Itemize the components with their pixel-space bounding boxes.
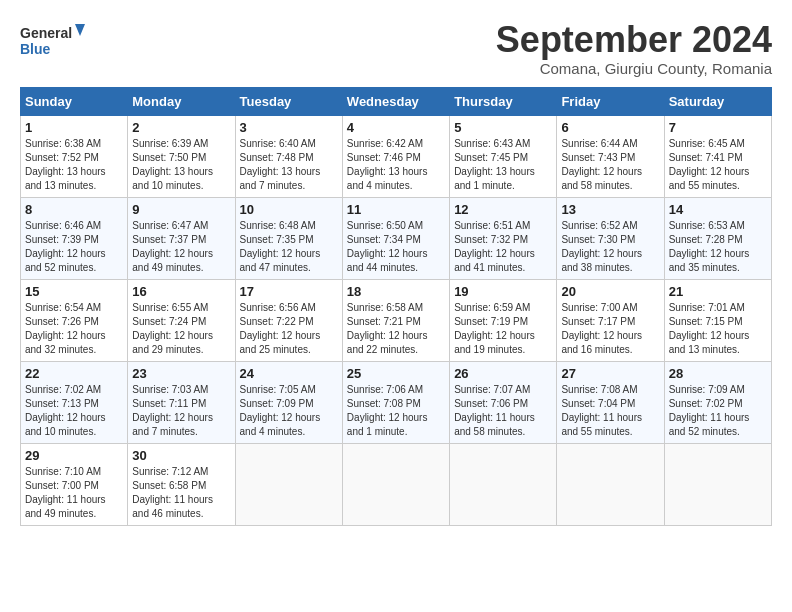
day-number: 22 — [25, 366, 123, 381]
day-number: 3 — [240, 120, 338, 135]
calendar-cell: 25Sunrise: 7:06 AM Sunset: 7:08 PM Dayli… — [342, 361, 449, 443]
day-number: 20 — [561, 284, 659, 299]
day-number: 6 — [561, 120, 659, 135]
day-number: 14 — [669, 202, 767, 217]
calendar-cell: 28Sunrise: 7:09 AM Sunset: 7:02 PM Dayli… — [664, 361, 771, 443]
day-number: 19 — [454, 284, 552, 299]
calendar-cell: 12Sunrise: 6:51 AM Sunset: 7:32 PM Dayli… — [450, 197, 557, 279]
calendar-cell: 14Sunrise: 6:53 AM Sunset: 7:28 PM Dayli… — [664, 197, 771, 279]
calendar-cell: 23Sunrise: 7:03 AM Sunset: 7:11 PM Dayli… — [128, 361, 235, 443]
calendar-week-1: 1Sunrise: 6:38 AM Sunset: 7:52 PM Daylig… — [21, 115, 772, 197]
day-info: Sunrise: 6:45 AM Sunset: 7:41 PM Dayligh… — [669, 137, 767, 193]
day-info: Sunrise: 6:52 AM Sunset: 7:30 PM Dayligh… — [561, 219, 659, 275]
day-number: 11 — [347, 202, 445, 217]
day-number: 25 — [347, 366, 445, 381]
calendar-header-row: SundayMondayTuesdayWednesdayThursdayFrid… — [21, 87, 772, 115]
day-number: 26 — [454, 366, 552, 381]
calendar-cell — [450, 443, 557, 525]
day-info: Sunrise: 6:40 AM Sunset: 7:48 PM Dayligh… — [240, 137, 338, 193]
day-info: Sunrise: 7:05 AM Sunset: 7:09 PM Dayligh… — [240, 383, 338, 439]
day-number: 1 — [25, 120, 123, 135]
day-info: Sunrise: 6:43 AM Sunset: 7:45 PM Dayligh… — [454, 137, 552, 193]
location-subtitle: Comana, Giurgiu County, Romania — [496, 60, 772, 77]
day-number: 18 — [347, 284, 445, 299]
header-monday: Monday — [128, 87, 235, 115]
day-info: Sunrise: 7:03 AM Sunset: 7:11 PM Dayligh… — [132, 383, 230, 439]
day-number: 7 — [669, 120, 767, 135]
calendar-cell: 7Sunrise: 6:45 AM Sunset: 7:41 PM Daylig… — [664, 115, 771, 197]
calendar-cell — [235, 443, 342, 525]
month-title: September 2024 — [496, 20, 772, 60]
calendar-cell: 11Sunrise: 6:50 AM Sunset: 7:34 PM Dayli… — [342, 197, 449, 279]
day-number: 16 — [132, 284, 230, 299]
calendar-cell: 9Sunrise: 6:47 AM Sunset: 7:37 PM Daylig… — [128, 197, 235, 279]
day-number: 28 — [669, 366, 767, 381]
day-number: 13 — [561, 202, 659, 217]
day-info: Sunrise: 7:10 AM Sunset: 7:00 PM Dayligh… — [25, 465, 123, 521]
calendar-cell: 24Sunrise: 7:05 AM Sunset: 7:09 PM Dayli… — [235, 361, 342, 443]
calendar-cell: 27Sunrise: 7:08 AM Sunset: 7:04 PM Dayli… — [557, 361, 664, 443]
header-sunday: Sunday — [21, 87, 128, 115]
day-info: Sunrise: 6:46 AM Sunset: 7:39 PM Dayligh… — [25, 219, 123, 275]
calendar-cell: 15Sunrise: 6:54 AM Sunset: 7:26 PM Dayli… — [21, 279, 128, 361]
calendar-week-2: 8Sunrise: 6:46 AM Sunset: 7:39 PM Daylig… — [21, 197, 772, 279]
calendar-table: SundayMondayTuesdayWednesdayThursdayFrid… — [20, 87, 772, 526]
day-number: 24 — [240, 366, 338, 381]
header-tuesday: Tuesday — [235, 87, 342, 115]
calendar-cell: 22Sunrise: 7:02 AM Sunset: 7:13 PM Dayli… — [21, 361, 128, 443]
header-saturday: Saturday — [664, 87, 771, 115]
day-info: Sunrise: 6:42 AM Sunset: 7:46 PM Dayligh… — [347, 137, 445, 193]
calendar-cell: 29Sunrise: 7:10 AM Sunset: 7:00 PM Dayli… — [21, 443, 128, 525]
calendar-week-3: 15Sunrise: 6:54 AM Sunset: 7:26 PM Dayli… — [21, 279, 772, 361]
header-friday: Friday — [557, 87, 664, 115]
day-info: Sunrise: 7:07 AM Sunset: 7:06 PM Dayligh… — [454, 383, 552, 439]
day-info: Sunrise: 7:00 AM Sunset: 7:17 PM Dayligh… — [561, 301, 659, 357]
title-block: September 2024 Comana, Giurgiu County, R… — [496, 20, 772, 77]
day-info: Sunrise: 6:53 AM Sunset: 7:28 PM Dayligh… — [669, 219, 767, 275]
day-info: Sunrise: 6:38 AM Sunset: 7:52 PM Dayligh… — [25, 137, 123, 193]
day-info: Sunrise: 7:02 AM Sunset: 7:13 PM Dayligh… — [25, 383, 123, 439]
day-info: Sunrise: 6:54 AM Sunset: 7:26 PM Dayligh… — [25, 301, 123, 357]
day-number: 5 — [454, 120, 552, 135]
day-number: 9 — [132, 202, 230, 217]
calendar-cell: 1Sunrise: 6:38 AM Sunset: 7:52 PM Daylig… — [21, 115, 128, 197]
day-number: 17 — [240, 284, 338, 299]
day-info: Sunrise: 6:39 AM Sunset: 7:50 PM Dayligh… — [132, 137, 230, 193]
calendar-cell: 13Sunrise: 6:52 AM Sunset: 7:30 PM Dayli… — [557, 197, 664, 279]
calendar-cell: 26Sunrise: 7:07 AM Sunset: 7:06 PM Dayli… — [450, 361, 557, 443]
calendar-cell: 30Sunrise: 7:12 AM Sunset: 6:58 PM Dayli… — [128, 443, 235, 525]
day-number: 8 — [25, 202, 123, 217]
day-info: Sunrise: 6:58 AM Sunset: 7:21 PM Dayligh… — [347, 301, 445, 357]
page-header: General Blue September 2024 Comana, Giur… — [20, 20, 772, 77]
day-info: Sunrise: 6:59 AM Sunset: 7:19 PM Dayligh… — [454, 301, 552, 357]
calendar-cell: 3Sunrise: 6:40 AM Sunset: 7:48 PM Daylig… — [235, 115, 342, 197]
day-info: Sunrise: 6:55 AM Sunset: 7:24 PM Dayligh… — [132, 301, 230, 357]
calendar-week-4: 22Sunrise: 7:02 AM Sunset: 7:13 PM Dayli… — [21, 361, 772, 443]
day-number: 29 — [25, 448, 123, 463]
logo-svg: General Blue — [20, 20, 90, 65]
calendar-cell: 8Sunrise: 6:46 AM Sunset: 7:39 PM Daylig… — [21, 197, 128, 279]
day-number: 30 — [132, 448, 230, 463]
calendar-cell: 10Sunrise: 6:48 AM Sunset: 7:35 PM Dayli… — [235, 197, 342, 279]
calendar-cell: 18Sunrise: 6:58 AM Sunset: 7:21 PM Dayli… — [342, 279, 449, 361]
day-number: 12 — [454, 202, 552, 217]
calendar-cell — [342, 443, 449, 525]
day-info: Sunrise: 6:44 AM Sunset: 7:43 PM Dayligh… — [561, 137, 659, 193]
day-info: Sunrise: 7:09 AM Sunset: 7:02 PM Dayligh… — [669, 383, 767, 439]
calendar-cell: 19Sunrise: 6:59 AM Sunset: 7:19 PM Dayli… — [450, 279, 557, 361]
day-info: Sunrise: 6:47 AM Sunset: 7:37 PM Dayligh… — [132, 219, 230, 275]
svg-text:Blue: Blue — [20, 41, 51, 57]
calendar-cell: 21Sunrise: 7:01 AM Sunset: 7:15 PM Dayli… — [664, 279, 771, 361]
day-info: Sunrise: 6:56 AM Sunset: 7:22 PM Dayligh… — [240, 301, 338, 357]
day-info: Sunrise: 7:06 AM Sunset: 7:08 PM Dayligh… — [347, 383, 445, 439]
calendar-cell: 2Sunrise: 6:39 AM Sunset: 7:50 PM Daylig… — [128, 115, 235, 197]
day-info: Sunrise: 6:48 AM Sunset: 7:35 PM Dayligh… — [240, 219, 338, 275]
svg-text:General: General — [20, 25, 72, 41]
calendar-cell: 6Sunrise: 6:44 AM Sunset: 7:43 PM Daylig… — [557, 115, 664, 197]
header-wednesday: Wednesday — [342, 87, 449, 115]
calendar-cell: 4Sunrise: 6:42 AM Sunset: 7:46 PM Daylig… — [342, 115, 449, 197]
day-number: 2 — [132, 120, 230, 135]
calendar-cell — [664, 443, 771, 525]
day-info: Sunrise: 7:08 AM Sunset: 7:04 PM Dayligh… — [561, 383, 659, 439]
calendar-cell: 17Sunrise: 6:56 AM Sunset: 7:22 PM Dayli… — [235, 279, 342, 361]
